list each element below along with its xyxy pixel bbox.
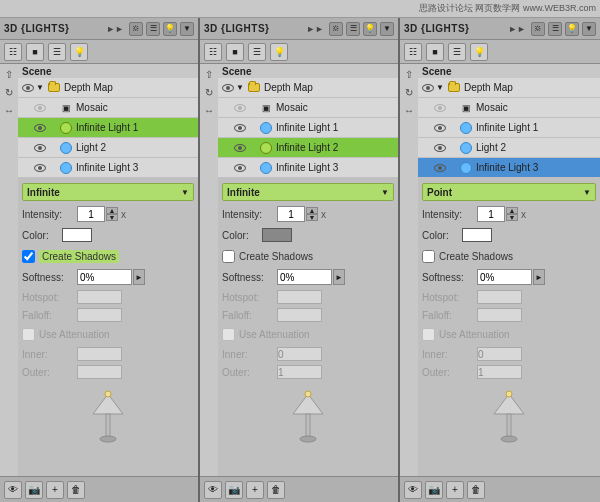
create-shadows-checkbox-2[interactable] bbox=[222, 250, 235, 263]
outer-input-2[interactable] bbox=[277, 365, 322, 379]
toolbar-list-btn-3[interactable]: ☰ bbox=[448, 43, 466, 61]
layer-item-2-0[interactable]: ▼Depth Map bbox=[218, 78, 398, 98]
color-swatch-2[interactable] bbox=[262, 228, 292, 242]
use-attenuation-checkbox-1[interactable] bbox=[22, 328, 35, 341]
softness-input-1[interactable] bbox=[77, 269, 132, 285]
toolbar-bulb-btn-3[interactable]: 💡 bbox=[470, 43, 488, 61]
color-swatch-3[interactable] bbox=[462, 228, 492, 242]
layer-item-1-2[interactable]: Infinite Light 1 bbox=[18, 118, 198, 138]
toolbar-bulb-btn-2[interactable]: 💡 bbox=[270, 43, 288, 61]
panel-expand-arrows-3[interactable]: ►► bbox=[508, 24, 526, 34]
toolbar-list-btn-1[interactable]: ☰ bbox=[48, 43, 66, 61]
left-icon-scale-2[interactable]: ↔ bbox=[201, 102, 217, 118]
outer-input-1[interactable] bbox=[77, 365, 122, 379]
intensity-x-btn-2[interactable]: x bbox=[321, 209, 326, 220]
layer-eye-1-0[interactable] bbox=[20, 80, 36, 96]
layer-eye-2-4[interactable] bbox=[232, 160, 248, 176]
bottom-add-btn-3[interactable]: + bbox=[446, 481, 464, 499]
layer-eye-2-0[interactable] bbox=[220, 80, 236, 96]
bottom-camera-btn-1[interactable]: 📷 bbox=[25, 481, 43, 499]
intensity-x-btn-1[interactable]: x bbox=[121, 209, 126, 220]
bottom-camera-btn-3[interactable]: 📷 bbox=[425, 481, 443, 499]
left-icon-rotate-3[interactable]: ↻ bbox=[401, 84, 417, 100]
layer-eye-3-0[interactable] bbox=[420, 80, 436, 96]
layer-item-3-4[interactable]: Infinite Light 3 bbox=[418, 158, 600, 178]
layer-eye-1-2[interactable] bbox=[32, 120, 48, 136]
layer-eye-2-3[interactable] bbox=[232, 140, 248, 156]
layer-eye-3-1[interactable] bbox=[432, 100, 448, 116]
layer-item-1-0[interactable]: ▼Depth Map bbox=[18, 78, 198, 98]
bottom-eye-btn-3[interactable]: 👁 bbox=[404, 481, 422, 499]
panel-menu-btn-1[interactable]: ▼ bbox=[180, 22, 194, 36]
toolbar-bulb-btn-1[interactable]: 💡 bbox=[70, 43, 88, 61]
type-dropdown-3[interactable]: Point ▼ bbox=[422, 183, 596, 201]
bottom-delete-btn-2[interactable]: 🗑 bbox=[267, 481, 285, 499]
toolbar-list-btn-2[interactable]: ☰ bbox=[248, 43, 266, 61]
layer-item-2-4[interactable]: Infinite Light 3 bbox=[218, 158, 398, 178]
bottom-eye-btn-2[interactable]: 👁 bbox=[204, 481, 222, 499]
toolbar-table-btn-2[interactable]: ■ bbox=[226, 43, 244, 61]
left-icon-scale-3[interactable]: ↔ bbox=[401, 102, 417, 118]
bottom-camera-btn-2[interactable]: 📷 bbox=[225, 481, 243, 499]
layer-arrow-2-0[interactable]: ▼ bbox=[236, 83, 246, 92]
intensity-input-3[interactable] bbox=[477, 206, 505, 222]
intensity-up-2[interactable]: ▲ bbox=[306, 207, 318, 214]
layer-item-1-1[interactable]: ▣Mosaic bbox=[18, 98, 198, 118]
panel-expand-arrows-2[interactable]: ►► bbox=[306, 24, 324, 34]
toolbar-grid-btn-1[interactable]: ☷ bbox=[4, 43, 22, 61]
bottom-delete-btn-1[interactable]: 🗑 bbox=[67, 481, 85, 499]
intensity-down-3[interactable]: ▼ bbox=[506, 214, 518, 221]
bottom-add-btn-2[interactable]: + bbox=[246, 481, 264, 499]
intensity-input-2[interactable] bbox=[277, 206, 305, 222]
toolbar-table-btn-1[interactable]: ■ bbox=[26, 43, 44, 61]
panel-menu-btn-3[interactable]: ▼ bbox=[582, 22, 596, 36]
softness-input-3[interactable] bbox=[477, 269, 532, 285]
panel-menu-btn-2[interactable]: ▼ bbox=[380, 22, 394, 36]
layer-item-2-2[interactable]: Infinite Light 1 bbox=[218, 118, 398, 138]
panel-icon-btn-3[interactable]: ⛭ bbox=[531, 22, 545, 36]
toolbar-grid-btn-3[interactable]: ☷ bbox=[404, 43, 422, 61]
panel-expand-arrows-1[interactable]: ►► bbox=[106, 24, 124, 34]
layer-item-1-4[interactable]: Infinite Light 3 bbox=[18, 158, 198, 178]
inner-input-3[interactable] bbox=[477, 347, 522, 361]
softness-expand-btn-2[interactable]: ► bbox=[333, 269, 345, 285]
intensity-up-1[interactable]: ▲ bbox=[106, 207, 118, 214]
left-icon-move-3[interactable]: ⇧ bbox=[401, 66, 417, 82]
layer-item-2-3[interactable]: Infinite Light 2 bbox=[218, 138, 398, 158]
panel-settings-btn-2[interactable]: ☰ bbox=[346, 22, 360, 36]
bottom-eye-btn-1[interactable]: 👁 bbox=[4, 481, 22, 499]
panel-close-btn-1[interactable]: 💡 bbox=[163, 22, 177, 36]
bottom-add-btn-1[interactable]: + bbox=[46, 481, 64, 499]
layer-eye-3-3[interactable] bbox=[432, 140, 448, 156]
intensity-x-btn-3[interactable]: x bbox=[521, 209, 526, 220]
layer-item-3-0[interactable]: ▼Depth Map bbox=[418, 78, 600, 98]
layer-eye-3-2[interactable] bbox=[432, 120, 448, 136]
layer-eye-1-1[interactable] bbox=[32, 100, 48, 116]
layer-eye-2-1[interactable] bbox=[232, 100, 248, 116]
layer-eye-1-3[interactable] bbox=[32, 140, 48, 156]
softness-expand-btn-1[interactable]: ► bbox=[133, 269, 145, 285]
bottom-delete-btn-3[interactable]: 🗑 bbox=[467, 481, 485, 499]
left-icon-move-2[interactable]: ⇧ bbox=[201, 66, 217, 82]
type-dropdown-2[interactable]: Infinite ▼ bbox=[222, 183, 394, 201]
left-icon-rotate-1[interactable]: ↻ bbox=[1, 84, 17, 100]
layer-item-3-3[interactable]: Light 2 bbox=[418, 138, 600, 158]
use-attenuation-checkbox-3[interactable] bbox=[422, 328, 435, 341]
layer-item-3-1[interactable]: ▣Mosaic bbox=[418, 98, 600, 118]
panel-icon-btn-2[interactable]: ⛭ bbox=[329, 22, 343, 36]
layer-arrow-3-0[interactable]: ▼ bbox=[436, 83, 446, 92]
panel-icon-btn-1[interactable]: ⛭ bbox=[129, 22, 143, 36]
layer-item-1-3[interactable]: Light 2 bbox=[18, 138, 198, 158]
inner-input-1[interactable] bbox=[77, 347, 122, 361]
panel-settings-btn-1[interactable]: ☰ bbox=[146, 22, 160, 36]
layer-eye-2-2[interactable] bbox=[232, 120, 248, 136]
outer-input-3[interactable] bbox=[477, 365, 522, 379]
intensity-down-1[interactable]: ▼ bbox=[106, 214, 118, 221]
toolbar-grid-btn-2[interactable]: ☷ bbox=[204, 43, 222, 61]
layer-item-3-2[interactable]: Infinite Light 1 bbox=[418, 118, 600, 138]
softness-expand-btn-3[interactable]: ► bbox=[533, 269, 545, 285]
layer-eye-1-4[interactable] bbox=[32, 160, 48, 176]
layer-item-2-1[interactable]: ▣Mosaic bbox=[218, 98, 398, 118]
left-icon-scale-1[interactable]: ↔ bbox=[1, 102, 17, 118]
layer-eye-3-4[interactable] bbox=[432, 160, 448, 176]
